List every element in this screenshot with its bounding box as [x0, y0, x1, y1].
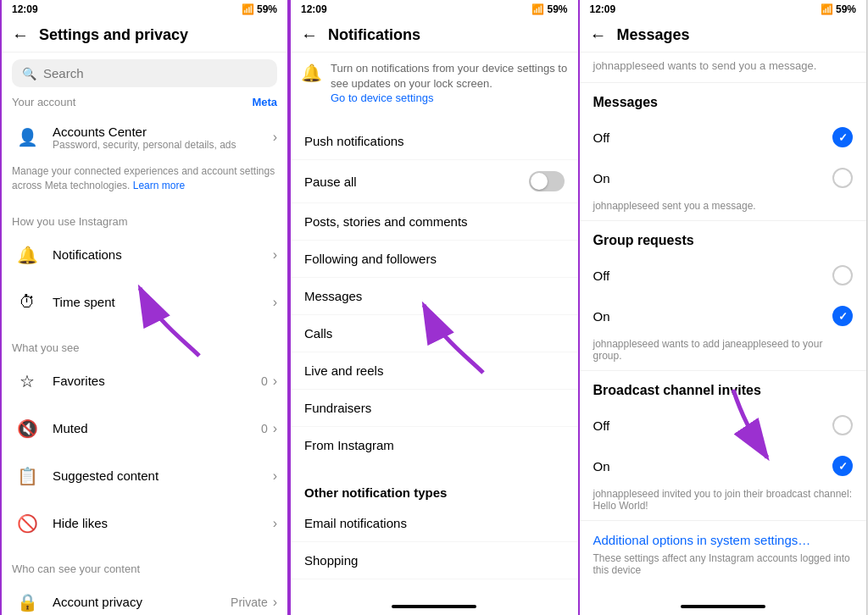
- notifications-item[interactable]: 🔔 Notifications ›: [2, 231, 287, 279]
- time-spent-icon: ⏱: [12, 287, 42, 318]
- broadcast-on-radio[interactable]: [832, 456, 853, 476]
- suggested-content-icon: 📋: [12, 461, 42, 491]
- home-indicator-3: [580, 598, 867, 615]
- messages-sub-info: johnappleseed sent you a message.: [580, 198, 867, 220]
- broadcast-on-row[interactable]: On: [580, 446, 867, 486]
- push-notifications-item[interactable]: Push notifications: [291, 123, 578, 160]
- account-privacy-label: Account privacy: [53, 595, 231, 609]
- back-button-2[interactable]: ←: [301, 25, 318, 45]
- favorites-item[interactable]: ☆ Favorites 0 ›: [2, 357, 287, 405]
- home-bar-2: [392, 605, 476, 608]
- messages-on-radio[interactable]: [832, 168, 853, 188]
- accounts-center-chevron: ›: [273, 130, 277, 145]
- accounts-center-title: Accounts Center: [53, 125, 273, 139]
- group-on-label: On: [593, 309, 610, 324]
- search-input[interactable]: [43, 66, 267, 80]
- favorites-icon: ☆: [12, 366, 42, 396]
- live-reels-item[interactable]: Live and reels: [291, 352, 578, 390]
- additional-options-info: These settings affect any Instagram acco…: [593, 552, 854, 576]
- posts-stories-item[interactable]: Posts, stories and comments: [291, 203, 578, 241]
- messages-label: Messages: [304, 289, 362, 303]
- broadcast-sub-info: johnappleseed invited you to join their …: [580, 486, 867, 520]
- messages-on-row[interactable]: On: [580, 158, 867, 198]
- notifications-icon: 🔔: [12, 240, 42, 270]
- go-to-device-settings-link[interactable]: Go to device settings: [331, 91, 568, 104]
- pause-all-item[interactable]: Pause all: [291, 160, 578, 203]
- notifications-header: ← Notifications: [291, 19, 578, 53]
- email-notifications-label: Email notifications: [304, 516, 407, 530]
- muted-item[interactable]: 🔇 Muted 0 ›: [2, 405, 287, 452]
- back-button-3[interactable]: ←: [590, 25, 607, 45]
- following-followers-item[interactable]: Following and followers: [291, 241, 578, 278]
- shopping-item[interactable]: Shopping: [291, 542, 578, 579]
- live-reels-label: Live and reels: [304, 363, 383, 378]
- notification-banner: 🔔 Turn on notifications from your device…: [301, 61, 568, 104]
- group-off-row[interactable]: Off: [580, 255, 867, 296]
- status-icons-3: 📶 59%: [821, 3, 856, 15]
- messages-off-row[interactable]: Off: [580, 117, 867, 158]
- broadcast-on-label: On: [593, 459, 610, 474]
- muted-badge: 0: [261, 422, 268, 435]
- messages-panel: 12:09 📶 59% ← Messages johnappleseed wan…: [580, 0, 868, 615]
- notifications-panel: 12:09 📶 59% ← Notifications 🔔 Turn on no…: [289, 0, 580, 615]
- fundraisers-label: Fundraisers: [304, 401, 371, 415]
- other-notification-types-title: Other notification types: [291, 474, 578, 505]
- messages-header: ← Messages: [580, 19, 867, 53]
- account-privacy-item[interactable]: 🔒 Account privacy Private ›: [2, 579, 287, 615]
- learn-more-link[interactable]: Learn more: [133, 180, 185, 191]
- messages-title: Messages: [617, 26, 690, 44]
- settings-panel: 12:09 📶 59% ← Settings and privacy 🔍 You…: [0, 0, 289, 615]
- pause-all-label: Pause all: [304, 175, 357, 189]
- email-notifications-item[interactable]: Email notifications: [291, 505, 578, 542]
- group-on-radio[interactable]: [832, 306, 853, 326]
- broadcast-off-row[interactable]: Off: [580, 405, 867, 446]
- fundraisers-item[interactable]: Fundraisers: [291, 390, 578, 427]
- additional-options-section: Additional options in system settings… T…: [580, 521, 867, 588]
- notifications-label: Notifications: [53, 247, 273, 262]
- broadcast-off-radio[interactable]: [832, 415, 853, 435]
- messages-item[interactable]: Messages: [291, 278, 578, 315]
- notifications-chevron: ›: [273, 247, 277, 263]
- status-bar-2: 12:09 📶 59%: [291, 0, 578, 19]
- from-instagram-item[interactable]: From Instagram: [291, 427, 578, 463]
- group-off-label: Off: [593, 269, 610, 283]
- calls-item[interactable]: Calls: [291, 315, 578, 352]
- notifications-list: Push notifications Pause all Posts, stor…: [291, 113, 578, 474]
- time-spent-item[interactable]: ⏱ Time spent ›: [2, 279, 287, 326]
- how-you-use-label: How you use Instagram: [2, 207, 287, 231]
- banner-content: Turn on notifications from your device s…: [331, 61, 568, 104]
- messages-off-radio[interactable]: [832, 127, 853, 147]
- status-icons-1: 📶 59%: [242, 3, 277, 15]
- messages-off-label: Off: [593, 130, 610, 145]
- favorites-badge: 0: [261, 374, 268, 388]
- banner-text: Turn on notifications from your device s…: [331, 61, 568, 91]
- group-on-row[interactable]: On: [580, 296, 867, 336]
- suggested-content-item[interactable]: 📋 Suggested content ›: [2, 452, 287, 500]
- hide-likes-item[interactable]: 🚫 Hide likes ›: [2, 500, 287, 547]
- posts-stories-label: Posts, stories and comments: [304, 214, 468, 229]
- accounts-center-icon: 👤: [12, 122, 42, 152]
- notifications-title: Notifications: [328, 26, 420, 44]
- meta-logo: Meta: [252, 96, 277, 108]
- broadcast-off-label: Off: [593, 418, 610, 433]
- who-can-see-label: Who can see your content: [2, 554, 287, 579]
- hide-likes-icon: 🚫: [12, 508, 42, 539]
- back-button-1[interactable]: ←: [12, 25, 29, 45]
- accounts-sub-info: Manage your connected experiences and ac…: [2, 161, 287, 200]
- status-time-1: 12:09: [12, 3, 38, 15]
- following-followers-label: Following and followers: [304, 252, 437, 266]
- messages-on-label: On: [593, 171, 610, 186]
- accounts-center-item[interactable]: 👤 Accounts Center Password, security, pe…: [2, 114, 287, 161]
- search-bar[interactable]: 🔍: [12, 59, 277, 87]
- additional-options-link[interactable]: Additional options in system settings…: [593, 533, 854, 547]
- group-off-radio[interactable]: [832, 265, 853, 285]
- home-bar-3: [681, 605, 765, 608]
- favorites-label: Favorites: [53, 374, 261, 388]
- pause-all-toggle[interactable]: [529, 171, 565, 191]
- status-bar-3: 12:09 📶 59%: [580, 0, 867, 19]
- muted-icon: 🔇: [12, 413, 42, 444]
- shopping-label: Shopping: [304, 553, 358, 568]
- hide-likes-chevron: ›: [273, 516, 277, 531]
- status-bar-1: 12:09 📶 59%: [2, 0, 287, 19]
- muted-chevron: ›: [273, 421, 277, 436]
